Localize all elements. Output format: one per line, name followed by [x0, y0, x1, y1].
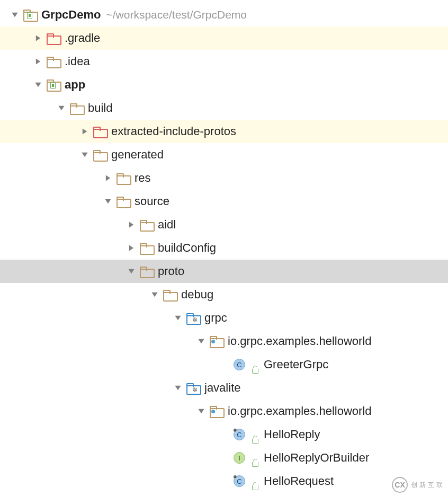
tree-row[interactable]: app — [0, 73, 448, 96]
indent-spacer — [0, 318, 171, 318]
arrow-right-icon[interactable] — [124, 244, 139, 252]
tree-label: res — [135, 171, 151, 185]
tree-row[interactable]: CHelloRequest — [0, 470, 448, 493]
tree-row[interactable]: io.grpc.examples.helloworld — [0, 330, 448, 353]
interface-icon: I — [232, 452, 247, 464]
indent-spacer — [0, 225, 124, 225]
arrow-down-icon[interactable] — [124, 268, 139, 275]
arrow-right-icon[interactable] — [101, 174, 115, 182]
tree-label: app — [65, 78, 85, 92]
tree-label: proto — [158, 264, 184, 278]
tree-label: HelloReply — [264, 428, 320, 441]
folder-icon — [69, 102, 84, 114]
tree-row[interactable]: source — [0, 190, 448, 213]
indent-spacer — [0, 131, 77, 132]
tree-row[interactable]: ✲grpc — [0, 306, 448, 330]
tree-item-name: io.grpc.examples.helloworld — [228, 404, 371, 418]
tree-label: GreeterGrpc — [264, 358, 328, 371]
tree-item-name: GreeterGrpc — [264, 358, 328, 371]
tree-item-name: app — [65, 78, 85, 92]
module-icon — [46, 79, 60, 91]
indent-spacer — [0, 411, 194, 412]
class-icon: C — [232, 429, 247, 440]
indent-spacer — [0, 295, 147, 295]
arrow-down-icon[interactable] — [7, 11, 22, 19]
tree-item-name: buildConfig — [158, 241, 216, 255]
tree-row[interactable]: extracted-include-protos — [0, 120, 448, 143]
tree-label: build — [88, 101, 112, 115]
arrow-down-icon[interactable] — [147, 291, 162, 298]
tree-row[interactable]: GrpcDemo~/workspace/test/GrpcDemo — [0, 3, 448, 26]
tree-row[interactable]: IHelloRequestOrBuilder — [0, 493, 448, 496]
generated-source-folder-icon: ✲ — [185, 382, 200, 394]
tree-label: .gradle — [65, 31, 100, 45]
tree-item-name: generated — [111, 148, 164, 162]
tree-item-name: grpc — [204, 311, 227, 325]
folder-icon — [46, 56, 60, 67]
class-icon: C — [232, 359, 247, 370]
indent-spacer — [0, 271, 124, 272]
folder-icon — [115, 196, 130, 207]
tree-row[interactable]: CGreeterGrpc — [0, 353, 448, 376]
tree-label: io.grpc.examples.helloworld — [228, 334, 371, 348]
tree-item-path: ~/workspace/test/GrpcDemo — [106, 8, 247, 21]
tree-label: grpc — [204, 311, 227, 325]
tree-item-name: .gradle — [65, 31, 100, 45]
tree-row[interactable]: buildConfig — [0, 236, 448, 260]
indent-spacer — [0, 481, 217, 482]
tree-row[interactable]: aidl — [0, 213, 448, 236]
arrow-right-icon[interactable] — [77, 128, 92, 135]
indent-spacer — [0, 178, 101, 179]
tree-item-name: source — [135, 194, 169, 208]
tree-row[interactable]: ✲javalite — [0, 376, 448, 400]
class-icon: C — [232, 475, 247, 487]
indent-spacer — [0, 61, 31, 62]
folder-excluded-icon — [92, 126, 107, 137]
arrow-down-icon[interactable] — [101, 198, 115, 205]
tree-row[interactable]: build — [0, 96, 448, 120]
tree-row[interactable]: .idea — [0, 50, 448, 73]
arrow-down-icon[interactable] — [77, 151, 92, 158]
tree-row[interactable]: IHelloReplyOrBuilder — [0, 446, 448, 470]
indent-spacer — [0, 458, 217, 458]
arrow-down-icon[interactable] — [194, 338, 209, 345]
folder-icon — [139, 265, 154, 277]
tree-label: buildConfig — [158, 241, 216, 255]
indent-spacer — [0, 108, 54, 109]
arrow-down-icon[interactable] — [54, 104, 69, 112]
folder-icon — [139, 219, 154, 231]
tree-row[interactable]: generated — [0, 143, 448, 166]
tree-row[interactable]: io.grpc.examples.helloworld — [0, 400, 448, 423]
indent-spacer — [0, 201, 101, 202]
folder-icon — [92, 149, 107, 161]
tree-label: source — [135, 194, 169, 208]
tree-row[interactable]: .gradle — [0, 26, 448, 50]
arrow-down-icon[interactable] — [194, 408, 209, 415]
module-icon — [22, 9, 37, 21]
tree-row[interactable]: debug — [0, 283, 448, 306]
arrow-right-icon[interactable] — [31, 58, 46, 65]
tree-label: .idea — [65, 55, 90, 68]
folder-icon — [139, 242, 154, 254]
arrow-down-icon[interactable] — [171, 384, 185, 392]
tree-label: javalite — [204, 381, 240, 395]
arrow-down-icon[interactable] — [31, 81, 46, 88]
tree-item-name: GrpcDemo — [41, 8, 101, 22]
tree-label: debug — [181, 288, 213, 302]
tree-label: HelloReplyOrBuilder — [264, 451, 369, 465]
package-icon — [209, 335, 223, 347]
tree-item-name: debug — [181, 288, 213, 302]
tree-item-name: javalite — [204, 381, 240, 395]
tree-item-name: HelloReplyOrBuilder — [264, 451, 369, 465]
arrow-down-icon[interactable] — [171, 314, 185, 322]
arrow-right-icon[interactable] — [31, 34, 46, 42]
indent-spacer — [0, 15, 7, 15]
folder-icon — [115, 172, 130, 184]
tree-row[interactable]: res — [0, 166, 448, 190]
tree-label: extracted-include-protos — [111, 125, 236, 138]
tree-row[interactable]: proto — [0, 260, 448, 283]
tree-label: io.grpc.examples.helloworld — [228, 404, 371, 418]
arrow-right-icon[interactable] — [124, 221, 139, 228]
indent-spacer — [0, 341, 194, 342]
tree-row[interactable]: CHelloReply — [0, 423, 448, 446]
